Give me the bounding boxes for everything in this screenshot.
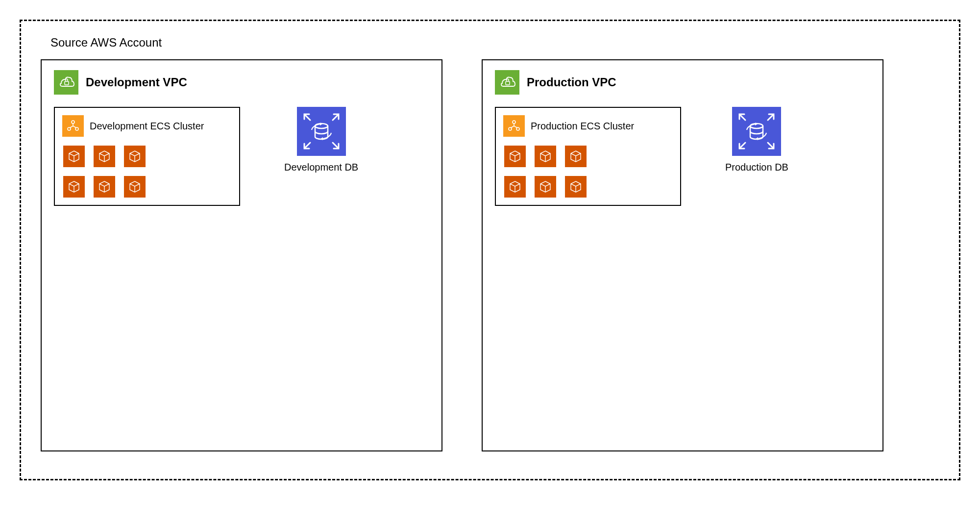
- vpc-header: Production VPC: [495, 70, 870, 95]
- db-label: Development DB: [284, 162, 358, 173]
- container-icon: [535, 146, 556, 167]
- aws-account-container: Source AWS Account Development VPC: [20, 20, 960, 480]
- svg-line-13: [511, 126, 514, 128]
- vpc-content: Development ECS Cluster: [54, 107, 429, 206]
- container-grid: [504, 146, 673, 198]
- container-icon: [504, 176, 526, 198]
- container-icon: [504, 146, 526, 167]
- svg-rect-0: [65, 81, 69, 85]
- ecs-header: Production ECS Cluster: [503, 115, 673, 137]
- vpc-title: Production VPC: [527, 75, 616, 89]
- vpc-content: Production ECS Cluster: [495, 107, 870, 206]
- vpc-development: Development VPC: [41, 59, 442, 451]
- ecs-icon: [503, 115, 525, 137]
- ecs-cluster-development: Development ECS Cluster: [54, 107, 240, 206]
- ecs-icon: [62, 115, 84, 137]
- ecs-cluster-title: Development ECS Cluster: [90, 121, 204, 132]
- svg-line-14: [514, 126, 517, 128]
- ecs-cluster-title: Production ECS Cluster: [531, 121, 634, 132]
- container-icon: [565, 176, 587, 198]
- container-icon: [63, 146, 85, 167]
- db-section-production: Production DB: [725, 107, 788, 173]
- vpc-header: Development VPC: [54, 70, 429, 95]
- container-icon: [535, 176, 556, 198]
- db-label: Production DB: [725, 162, 788, 173]
- container-icon: [63, 176, 85, 198]
- vpc-title: Development VPC: [86, 75, 187, 89]
- svg-rect-8: [506, 81, 510, 85]
- vpc-icon: [54, 70, 78, 95]
- db-section-development: Development DB: [284, 107, 358, 173]
- svg-line-5: [70, 126, 73, 128]
- container-icon: [565, 146, 587, 167]
- vpc-production: Production VPC: [482, 59, 883, 451]
- svg-point-9: [513, 121, 515, 124]
- vpc-icon: [495, 70, 519, 95]
- container-icon: [94, 176, 115, 198]
- container-icon: [94, 146, 115, 167]
- ecs-header: Development ECS Cluster: [62, 115, 232, 137]
- account-title: Source AWS Account: [50, 36, 939, 50]
- database-icon: [297, 107, 346, 156]
- container-grid: [63, 146, 232, 198]
- ecs-cluster-production: Production ECS Cluster: [495, 107, 681, 206]
- vpcs-row: Development VPC: [41, 59, 939, 451]
- container-icon: [124, 146, 146, 167]
- svg-point-1: [72, 121, 74, 124]
- database-icon: [732, 107, 781, 156]
- container-icon: [124, 176, 146, 198]
- svg-line-6: [73, 126, 76, 128]
